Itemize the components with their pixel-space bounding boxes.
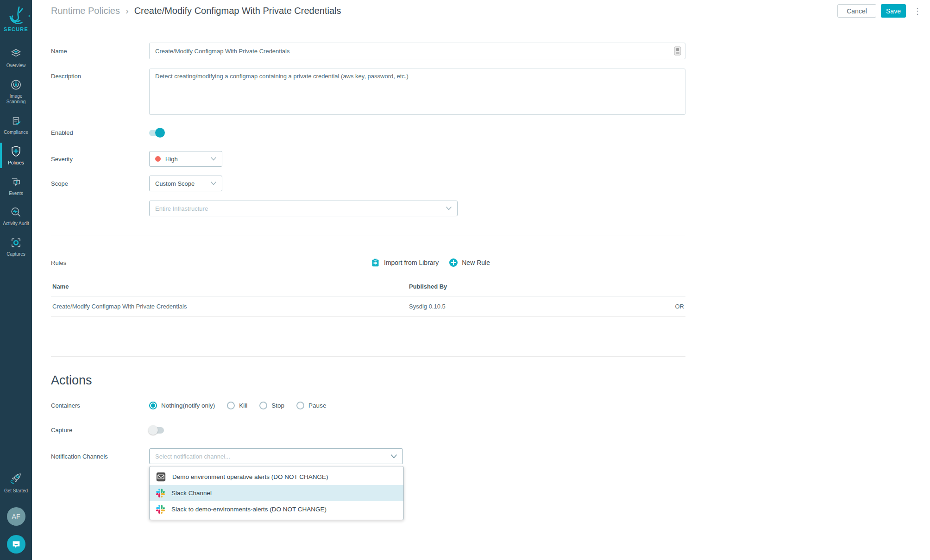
toggle-knob <box>148 425 158 435</box>
table-row[interactable]: Create/Modify Configmap With Private Cre… <box>51 296 685 317</box>
radio-unselected-icon <box>259 402 267 409</box>
radio-selected-icon <box>149 402 157 409</box>
sidebar-item-label: Image Scanning <box>1 94 31 105</box>
radio-kill[interactable]: Kill <box>227 402 247 409</box>
rule-operator: OR <box>658 303 685 310</box>
secure-label: SECURE <box>0 26 32 32</box>
capture-toggle[interactable] <box>149 426 164 434</box>
actions-section-title: Actions <box>51 373 685 388</box>
compliance-icon <box>10 115 22 127</box>
capture-label: Capture <box>51 427 149 434</box>
user-avatar[interactable]: AF <box>7 507 25 526</box>
sidebar-expand-icon[interactable]: › <box>28 12 30 19</box>
breadcrumb-parent[interactable]: Runtime Policies <box>51 6 120 16</box>
description-label: Description <box>51 69 149 115</box>
toggle-knob <box>155 128 165 138</box>
radio-pause[interactable]: Pause <box>296 402 326 409</box>
column-header-name: Name <box>51 283 409 290</box>
section-divider <box>51 235 685 235</box>
name-input[interactable] <box>149 43 685 59</box>
sysdig-secure-logo[interactable]: › SECURE <box>0 0 32 38</box>
severity-label: Severity <box>51 156 149 163</box>
support-chat-button[interactable] <box>7 535 25 554</box>
slack-icon <box>156 489 165 497</box>
new-rule-button[interactable]: New Rule <box>449 258 490 267</box>
name-badge-icon <box>674 46 681 56</box>
chevron-down-icon <box>446 207 452 210</box>
menu-item-email-channel[interactable]: Demo environment operative alerts (DO NO… <box>150 469 403 485</box>
containers-radio-group: Nothing(notify only) Kill Stop Pause <box>149 402 326 409</box>
scope-select[interactable]: Custom Scope <box>149 176 222 191</box>
menu-item-slack-demo-alerts[interactable]: Slack to demo-environments-alerts (DO NO… <box>150 501 403 517</box>
sidebar-item-label: Activity Audit <box>3 221 29 227</box>
sidebar-nav: Overview Image Scanning Compliance <box>0 43 32 262</box>
chevron-down-icon <box>211 157 216 161</box>
sidebar-item-policies[interactable]: Policies <box>0 140 32 171</box>
enabled-toggle[interactable] <box>149 129 164 137</box>
sidebar-item-events[interactable]: Events <box>0 171 32 201</box>
scope-label: Scope <box>51 180 149 187</box>
scope-detail-select[interactable]: Entire Infrastructure <box>149 201 458 216</box>
column-header-published-by: Published By <box>409 283 685 290</box>
sidebar-item-overview[interactable]: Overview <box>0 43 32 74</box>
layers-icon <box>10 48 22 60</box>
rocket-icon <box>9 472 23 485</box>
rule-name: Create/Modify Configmap With Private Cre… <box>51 303 409 310</box>
header-actions: Cancel Save ⋮ <box>837 4 922 18</box>
import-from-library-button[interactable]: Import from Library <box>371 258 439 268</box>
rules-label: Rules <box>51 259 149 266</box>
containers-label: Containers <box>51 402 149 409</box>
notification-channel-dropdown: Demo environment operative alerts (DO NO… <box>149 466 404 520</box>
sidebar-item-label: Events <box>9 191 23 197</box>
import-from-library-label: Import from Library <box>384 259 439 266</box>
sidebar-item-image-scanning[interactable]: Image Scanning <box>0 74 32 110</box>
events-icon <box>10 176 22 188</box>
email-icon <box>156 472 166 482</box>
kebab-menu-icon[interactable]: ⋮ <box>913 7 922 15</box>
sidebar-item-activity-audit[interactable]: Activity Audit <box>0 201 32 232</box>
cancel-button[interactable]: Cancel <box>837 4 876 18</box>
image-scanning-icon <box>10 79 22 91</box>
slack-icon <box>156 505 165 514</box>
section-divider <box>51 356 685 357</box>
enabled-label: Enabled <box>51 129 149 136</box>
rule-published-by: Sysdig 0.10.5 <box>409 303 658 310</box>
name-label: Name <box>51 48 149 55</box>
description-textarea[interactable]: Detect creating/modifying a configmap co… <box>149 69 685 115</box>
scope-value: Custom Scope <box>155 180 195 187</box>
radio-stop[interactable]: Stop <box>259 402 284 409</box>
sidebar: › SECURE Overview Image Scanning <box>0 0 32 560</box>
breadcrumb-separator-icon: › <box>126 6 129 16</box>
radio-unselected-icon <box>227 402 235 409</box>
sidebar-item-captures[interactable]: Captures <box>0 232 32 262</box>
import-library-icon <box>371 258 380 268</box>
radio-nothing-notify-only[interactable]: Nothing(notify only) <box>149 402 215 409</box>
notification-channel-placeholder: Select notification channel... <box>155 453 230 460</box>
page-title: Create/Modify Configmap With Private Cre… <box>134 6 341 16</box>
sidebar-item-label: Overview <box>6 63 26 69</box>
sidebar-bottom: Get Started AF <box>0 468 32 560</box>
notification-channel-select[interactable]: Select notification channel... <box>149 448 403 464</box>
sidebar-item-label: Captures <box>6 252 25 258</box>
shield-plus-icon <box>10 145 22 157</box>
save-button[interactable]: Save <box>881 4 906 18</box>
page-header: Runtime Policies › Create/Modify Configm… <box>32 0 930 22</box>
menu-item-slack-channel[interactable]: Slack Channel <box>150 485 403 501</box>
sidebar-item-compliance[interactable]: Compliance <box>0 110 32 140</box>
sidebar-item-get-started[interactable]: Get Started <box>4 468 28 497</box>
rules-table-header: Name Published By <box>51 275 685 296</box>
sysdig-dig-icon <box>6 5 26 25</box>
radio-unselected-icon <box>296 402 304 409</box>
severity-value: High <box>165 156 178 163</box>
activity-audit-icon <box>10 206 22 218</box>
get-started-label: Get Started <box>4 488 28 493</box>
severity-high-dot <box>155 156 161 162</box>
notification-channels-label: Notification Channels <box>51 453 149 460</box>
severity-select[interactable]: High <box>149 151 222 167</box>
chevron-down-icon <box>211 182 216 185</box>
sidebar-item-label: Compliance <box>4 130 28 136</box>
scope-detail-placeholder: Entire Infrastructure <box>155 205 208 212</box>
rules-table: Name Published By Create/Modify Configma… <box>51 275 685 317</box>
chevron-down-icon <box>391 454 397 459</box>
plus-circle-icon <box>449 258 458 267</box>
